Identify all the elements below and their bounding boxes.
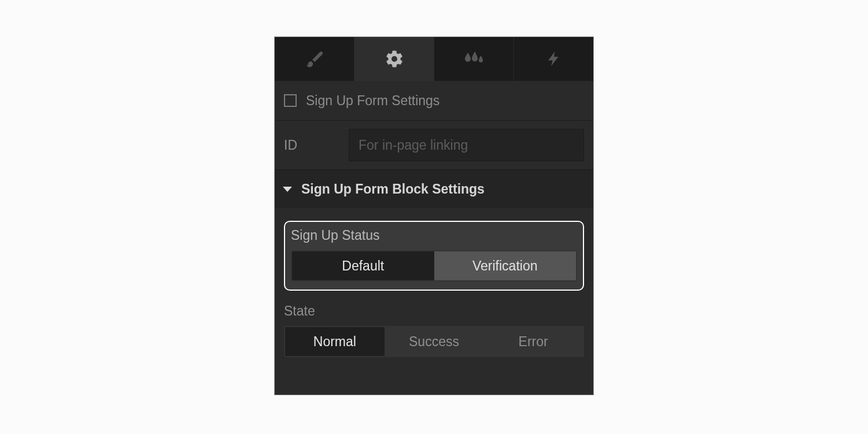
drops-icon bbox=[463, 50, 486, 68]
panel-tabs bbox=[275, 37, 593, 81]
block-settings-header[interactable]: Sign Up Form Block Settings bbox=[275, 169, 593, 208]
state-option-normal[interactable]: Normal bbox=[285, 327, 385, 356]
sign-up-form-settings-label: Sign Up Form Settings bbox=[306, 93, 439, 109]
gear-icon bbox=[385, 49, 404, 69]
tab-interactions[interactable] bbox=[514, 37, 593, 81]
tab-effects[interactable] bbox=[434, 37, 514, 81]
id-label: ID bbox=[284, 138, 349, 153]
tab-settings[interactable] bbox=[354, 37, 434, 81]
bolt-icon bbox=[545, 50, 563, 68]
sign-up-form-settings-checkbox[interactable] bbox=[284, 94, 297, 107]
state-option-success[interactable]: Success bbox=[385, 327, 484, 356]
block-settings-body: Sign Up Status Default Verification Stat… bbox=[275, 208, 593, 369]
sign-up-status-option-verification[interactable]: Verification bbox=[434, 251, 577, 280]
tab-style[interactable] bbox=[275, 37, 354, 81]
state-option-error[interactable]: Error bbox=[483, 327, 583, 356]
settings-panel: Sign Up Form Settings ID Sign Up Form Bl… bbox=[275, 37, 593, 395]
brush-icon bbox=[305, 49, 324, 69]
state-label: State bbox=[284, 303, 584, 319]
sign-up-status-group: Sign Up Status Default Verification bbox=[284, 221, 584, 291]
section-sign-up-form-settings: Sign Up Form Settings bbox=[275, 81, 593, 121]
sign-up-status-label: Sign Up Status bbox=[291, 228, 577, 243]
caret-down-icon bbox=[283, 187, 292, 192]
state-toggle: Normal Success Error bbox=[284, 326, 584, 357]
id-input[interactable] bbox=[349, 129, 584, 161]
sign-up-status-toggle: Default Verification bbox=[291, 250, 577, 281]
block-settings-title: Sign Up Form Block Settings bbox=[301, 181, 485, 197]
state-group: State Normal Success Error bbox=[284, 303, 584, 357]
sign-up-status-option-default[interactable]: Default bbox=[292, 251, 434, 280]
id-row: ID bbox=[275, 121, 593, 169]
